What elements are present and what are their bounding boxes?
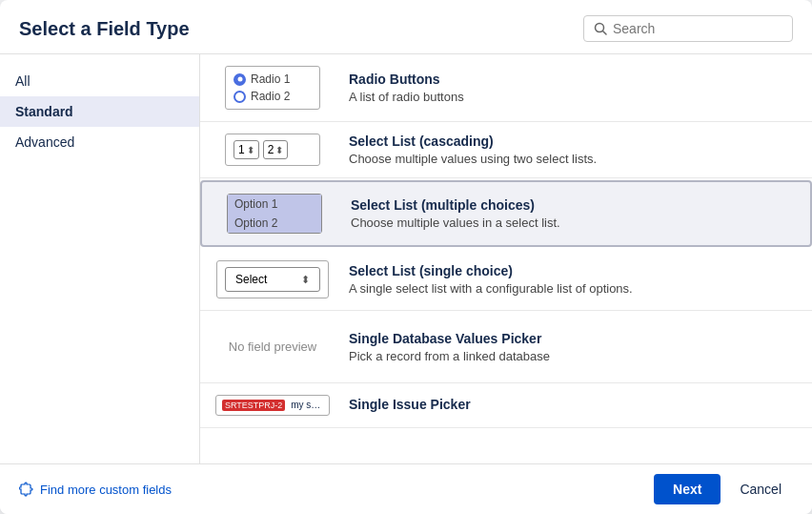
sidebar-item-standard[interactable]: Standard [0,96,199,127]
select-arrow-icon: ⬍ [301,274,310,286]
search-box[interactable] [583,15,793,42]
field-name-cascade: Select List (cascading) [349,134,797,149]
field-info-issue-picker: Single Issue Picker [349,397,797,415]
field-name-radio: Radio Buttons [349,72,797,87]
search-input[interactable] [613,21,782,36]
modal-footer: Find more custom fields Next Cancel [0,463,812,514]
field-row-db-picker[interactable]: No field preview Single Database Values … [200,311,812,383]
preview-select-single-box: Select ⬍ [216,260,329,298]
field-preview-db-picker: No field preview [215,322,330,371]
field-preview-issue-picker: SRTESTPRJ-2 my summary [215,395,330,416]
field-desc-select-single: A single select list with a configurable… [349,281,797,296]
preview-radio: Radio 1 Radio 2 [233,72,312,103]
modal-header: Select a Field Type [0,0,812,54]
field-name-issue-picker: Single Issue Picker [349,397,797,412]
field-info-cascade: Select List (cascading) Choose multiple … [349,134,797,166]
footer-actions: Next Cancel [654,474,793,504]
next-button[interactable]: Next [654,474,721,504]
search-icon [594,22,607,35]
field-desc-db-picker: Pick a record from a linked database [349,349,797,363]
multiselect-option-2: Option 2 [228,214,321,233]
radio-empty-icon [233,91,246,103]
preview-issue-box: SRTESTPRJ-2 my summary [215,395,330,416]
field-row-issue-picker[interactable]: SRTESTPRJ-2 my summary Single Issue Pick… [200,383,812,428]
svg-line-1 [603,31,607,35]
preview-multiselect-box: Option 1 Option 2 [227,194,322,234]
sidebar-item-advanced[interactable]: Advanced [0,127,199,157]
puzzle-icon [19,482,34,497]
preview-cascade-box: 1 ⬍ 2 ⬍ [225,134,320,166]
radio-filled-icon [233,73,246,86]
field-info-db-picker: Single Database Values Picker Pick a rec… [349,331,797,363]
find-more-link[interactable]: Find more custom fields [19,482,172,497]
field-row-select-single[interactable]: Select ⬍ Select List (single choice) A s… [200,249,812,311]
field-list: Radio 1 Radio 2 Radio Buttons A list of … [200,54,812,463]
field-name-db-picker: Single Database Values Picker [349,331,797,346]
issue-preview-text: my summary [291,400,330,410]
field-name-select-single: Select List (single choice) [349,263,797,278]
field-name-multiselect: Select List (multiple choices) [351,197,795,213]
field-info-select-single: Select List (single choice) A single sel… [349,263,797,296]
field-preview-select-single: Select ⬍ [215,260,330,298]
multiselect-option-1: Option 1 [228,195,321,214]
field-desc-radio: A list of radio buttons [349,90,797,104]
cascade-select-2: 2 ⬍ [263,140,289,159]
cancel-button[interactable]: Cancel [728,474,793,504]
modal-title: Select a Field Type [19,18,190,40]
preview-radio-box: Radio 1 Radio 2 [225,66,320,110]
field-row-multiselect[interactable]: Option 1 Option 2 Select List (multiple … [200,180,812,247]
field-preview-multiselect: Option 1 Option 2 [217,194,332,234]
modal-body: All Standard Advanced Radio 1 [0,54,812,463]
radio-item-1: Radio 1 [233,72,312,86]
sidebar-item-all[interactable]: All [0,66,199,96]
preview-no-preview: No field preview [221,322,325,371]
field-preview-cascade: 1 ⬍ 2 ⬍ [215,134,330,166]
field-desc-multiselect: Choose multiple values in a select list. [351,216,795,230]
issue-badge: SRTESTPRJ-2 [222,400,285,411]
field-info-radio: Radio Buttons A list of radio buttons [349,72,797,104]
preview-cascade: 1 ⬍ 2 ⬍ [233,140,312,159]
field-preview-radio: Radio 1 Radio 2 [215,66,330,110]
cascade-arrow-2: ⬍ [275,145,283,155]
find-more-label: Find more custom fields [40,483,172,497]
preview-select-single: Select ⬍ [225,267,320,292]
field-info-multiselect: Select List (multiple choices) Choose mu… [351,197,795,230]
modal: Select a Field Type All Standard Advance… [0,0,812,514]
field-row-cascade[interactable]: 1 ⬍ 2 ⬍ Select List (cascading) Choose m… [200,122,812,178]
cascade-arrow-1: ⬍ [247,145,254,155]
sidebar: All Standard Advanced [0,54,200,463]
radio-item-2: Radio 2 [233,90,312,103]
field-row-radio[interactable]: Radio 1 Radio 2 Radio Buttons A list of … [200,54,812,122]
cascade-select-1: 1 ⬍ [233,140,259,159]
field-desc-cascade: Choose multiple values using two select … [349,152,797,166]
